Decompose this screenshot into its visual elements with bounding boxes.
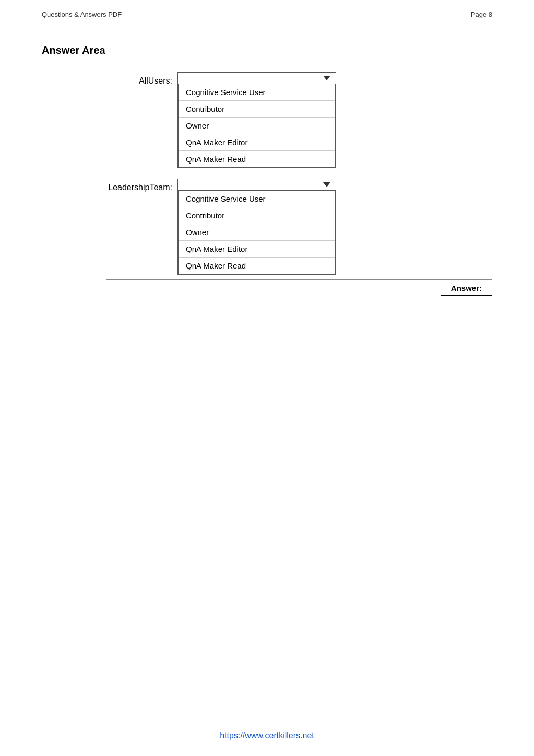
page-number: Page 8 <box>471 10 492 18</box>
answer-area-title: Answer Area <box>42 44 492 56</box>
leadership-options-list: Cognitive Service User Contributor Owner… <box>178 191 336 274</box>
all-users-dropdown[interactable]: Cognitive Service User Contributor Owner… <box>177 72 336 168</box>
all-users-option-contributor[interactable]: Contributor <box>179 101 335 118</box>
answer-label: Answer: <box>441 284 492 296</box>
leadership-option-qna-editor[interactable]: QnA Maker Editor <box>179 241 335 258</box>
all-users-option-cognitive[interactable]: Cognitive Service User <box>179 84 335 101</box>
all-users-dropdown-header[interactable] <box>178 73 336 84</box>
all-users-section: AllUsers: Cognitive Service User Contrib… <box>42 72 492 168</box>
footer: https://www.certkillers.net <box>0 731 534 740</box>
all-users-label: AllUsers: <box>42 72 177 86</box>
leadership-option-contributor[interactable]: Contributor <box>179 207 335 224</box>
answer-bar: Answer: <box>106 279 492 296</box>
header-title: Questions & Answers PDF <box>42 10 122 18</box>
leadership-option-cognitive[interactable]: Cognitive Service User <box>179 191 335 207</box>
leadership-dropdown[interactable]: Cognitive Service User Contributor Owner… <box>177 179 336 275</box>
leadership-chevron-down-icon <box>323 182 330 187</box>
leadership-dropdown-header[interactable] <box>178 179 336 191</box>
all-users-option-qna-read[interactable]: QnA Maker Read <box>179 151 335 167</box>
main-content: Answer Area AllUsers: Cognitive Service … <box>0 24 534 317</box>
page-header: Questions & Answers PDF Page 8 <box>0 0 534 24</box>
all-users-option-qna-editor[interactable]: QnA Maker Editor <box>179 134 335 151</box>
leadership-option-owner[interactable]: Owner <box>179 224 335 241</box>
footer-link[interactable]: https://www.certkillers.net <box>220 731 314 740</box>
leadership-option-qna-read[interactable]: QnA Maker Read <box>179 258 335 274</box>
leadership-section: LeadershipTeam: Cognitive Service User C… <box>42 179 492 275</box>
all-users-chevron-down-icon <box>323 76 330 80</box>
all-users-option-owner[interactable]: Owner <box>179 118 335 134</box>
all-users-options-list: Cognitive Service User Contributor Owner… <box>178 84 336 168</box>
leadership-label: LeadershipTeam: <box>42 179 177 192</box>
